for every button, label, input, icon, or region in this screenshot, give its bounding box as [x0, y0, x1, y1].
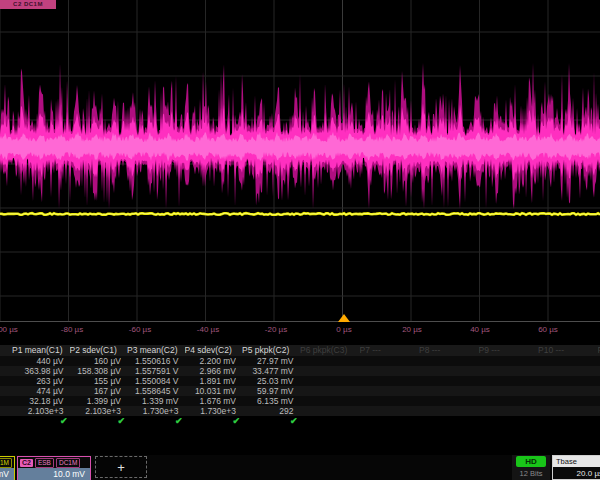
measure-status-check: ✔: [236, 416, 298, 426]
stat-cell-sdev: 1.676 mV: [179, 396, 237, 406]
time-axis-label: 0 µs: [336, 325, 351, 334]
c1-coupling-tag: DC1M: [0, 458, 12, 468]
stat-cell-min: 1.891 mV: [179, 376, 237, 386]
stat-cell-sdev: 1.339 mV: [121, 396, 179, 406]
time-axis-label: -20 µs: [265, 325, 287, 334]
measure-header[interactable]: P1 mean(C1): [12, 345, 64, 355]
stat-cell-max: 10.031 mV: [179, 386, 237, 396]
channel2-descriptor[interactable]: C2 ESB DC1M 10.0 mV: [17, 456, 91, 480]
timebase-per-div: 20.0 µs: [553, 467, 600, 480]
channel1-flat-trace: [0, 213, 600, 215]
oscilloscope-screen: C2 DC1M 00 µs-80 µs-60 µs-40 µs-20 µs0 µ…: [0, 0, 600, 480]
stat-cell-value: 440 µV: [6, 356, 64, 366]
stat-cell-value: 1.550616 V: [121, 356, 179, 366]
time-axis: 00 µs-80 µs-60 µs-40 µs-20 µs0 µs20 µs40…: [0, 325, 600, 338]
stat-cell-mean: 363.98 µV: [6, 366, 64, 376]
c2-eres-tag: ESB: [35, 458, 54, 468]
descriptor-bar: DC1M 10.0 mV C2 ESB DC1M 10.0 mV + HD 12…: [0, 455, 600, 480]
hd-bits-label: 12 Bits: [512, 469, 550, 478]
time-axis-label: 00 µs: [0, 325, 18, 334]
stat-cell-num: 1.730e+3: [179, 406, 237, 416]
stat-cell-mean: 158.308 µV: [64, 366, 122, 376]
stat-cell-min: 263 µV: [6, 376, 64, 386]
stat-cell-sdev: 1.399 µV: [64, 396, 122, 406]
stat-cell-sdev: 32.18 µV: [6, 396, 64, 406]
measure-status-check: ✔: [179, 416, 241, 426]
add-trace-button[interactable]: +: [95, 456, 147, 478]
c2-label: C2: [20, 459, 33, 467]
stat-cell-min: 155 µV: [64, 376, 122, 386]
measure-status-check: ✔: [121, 416, 183, 426]
stat-cell-value: 160 µV: [64, 356, 122, 366]
waveform-area: [0, 0, 600, 344]
measurement-table: P1 mean(C1)P2 sdev(C1)P3 mean(C2)P4 sdev…: [0, 345, 600, 431]
hd-mode-panel: HD 12 Bits: [512, 455, 550, 480]
stat-cell-value: 27.97 mV: [236, 356, 294, 366]
timebase-descriptor[interactable]: Tbase 20.0 µs: [552, 455, 600, 480]
stat-cell-min: 25.03 mV: [236, 376, 294, 386]
stat-cell-sdev: 6.135 mV: [236, 396, 294, 406]
stat-cell-num: 2.103e+3: [6, 406, 64, 416]
measure-header-inactive[interactable]: P7 ---: [360, 345, 420, 355]
stat-cell-max: 1.558645 V: [121, 386, 179, 396]
trace-label-badge[interactable]: C2 DC1M: [0, 0, 56, 9]
time-axis-label: -60 µs: [129, 325, 151, 334]
stat-cell-value: 2.200 mV: [179, 356, 237, 366]
stat-cell-max: 474 µV: [6, 386, 64, 396]
c2-coupling-tag: DC1M: [56, 458, 80, 468]
measure-header-inactive[interactable]: P10 ---: [538, 345, 598, 355]
channel1-descriptor[interactable]: DC1M 10.0 mV: [0, 456, 15, 480]
c1-volts-per-div: 10.0 mV: [0, 468, 14, 480]
stat-cell-num: 1.730e+3: [121, 406, 179, 416]
time-axis-label: 60 µs: [538, 325, 558, 334]
measure-header-inactive[interactable]: P9 ---: [479, 345, 539, 355]
stat-cell-num: 2.103e+3: [64, 406, 122, 416]
stat-cell-mean: 2.966 mV: [179, 366, 237, 376]
channel2-noise-trace: [0, 63, 600, 209]
stat-cell-min: 1.550084 V: [121, 376, 179, 386]
stat-cell-num: 292: [236, 406, 294, 416]
measure-header[interactable]: P2 sdev(C1): [70, 345, 122, 355]
hd-mode-badge[interactable]: HD: [516, 456, 546, 467]
trigger-position-marker[interactable]: [338, 314, 350, 322]
stat-cell-mean: 33.477 mV: [236, 366, 294, 376]
stat-cell-mean: 1.557591 V: [121, 366, 179, 376]
time-axis-label: -80 µs: [61, 325, 83, 334]
c2-volts-per-div: 10.0 mV: [18, 468, 90, 480]
time-axis-label: 20 µs: [402, 325, 422, 334]
stat-cell-max: 167 µV: [64, 386, 122, 396]
measure-status-check: ✔: [64, 416, 126, 426]
measure-header-inactive[interactable]: P8 ---: [419, 345, 479, 355]
measure-header[interactable]: P3 mean(C2): [127, 345, 179, 355]
time-axis-label: -40 µs: [197, 325, 219, 334]
measure-header[interactable]: P5 pkpk(C2): [242, 345, 294, 355]
measure-header-inactive[interactable]: P6 pkpk(C3): [300, 345, 360, 355]
timebase-title: Tbase: [553, 456, 600, 467]
time-axis-label: 40 µs: [470, 325, 490, 334]
measure-status-check: ✔: [6, 416, 68, 426]
stat-cell-max: 59.97 mV: [236, 386, 294, 396]
measure-header[interactable]: P4 sdev(C2): [185, 345, 237, 355]
